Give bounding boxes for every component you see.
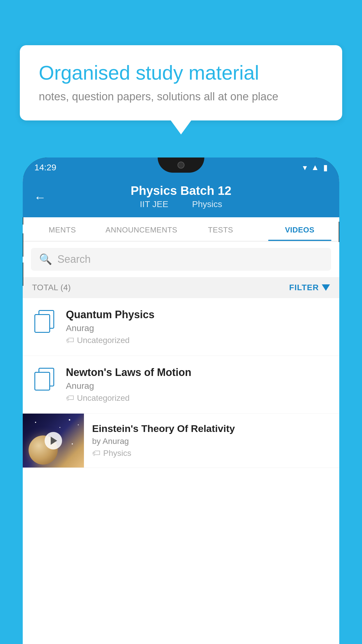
video-title: Newton's Laws of Motion (66, 366, 330, 379)
list-item[interactable]: Quantum Physics Anurag 🏷 Uncategorized (23, 298, 339, 356)
play-button[interactable] (45, 432, 62, 449)
tag-label: Uncategorized (77, 393, 130, 403)
video-tag: 🏷 Physics (92, 448, 331, 458)
tab-announcements[interactable]: ANNOUNCEMENTS (102, 217, 181, 241)
video-tag: 🏷 Uncategorized (66, 335, 330, 345)
signal-icon: ▲ (311, 163, 319, 172)
status-bar: 14:29 ▾ ▲ ▮ (23, 158, 339, 177)
video-author: Anurag (66, 381, 330, 391)
total-count: TOTAL (4) (32, 283, 71, 292)
search-icon: 🔍 (39, 253, 52, 265)
video-title: Einstein's Theory Of Relativity (92, 423, 331, 434)
video-file-icon (32, 310, 58, 336)
filter-icon (322, 284, 330, 291)
phone-content: ← Physics Batch 12 IIT JEE Physics MENTS… (23, 177, 339, 644)
search-placeholder: Search (57, 253, 91, 265)
phone-frame: 14:29 ▾ ▲ ▮ ← Physics Batch 12 IIT JEE P… (23, 158, 339, 644)
tag-icon: 🏷 (66, 335, 74, 345)
list-item[interactable]: Newton's Laws of Motion Anurag 🏷 Uncateg… (23, 356, 339, 414)
subtitle-physics: Physics (192, 199, 222, 209)
back-button[interactable]: ← (34, 190, 46, 204)
tag-icon: 🏷 (92, 448, 100, 458)
app-header: ← Physics Batch 12 IIT JEE Physics (23, 177, 339, 217)
video-list: Quantum Physics Anurag 🏷 Uncategorized (23, 298, 339, 644)
speech-bubble-subtext: notes, question papers, solutions all at… (39, 90, 323, 103)
video-info: Quantum Physics Anurag 🏷 Uncategorized (66, 309, 330, 345)
video-title: Quantum Physics (66, 309, 330, 321)
tag-icon: 🏷 (66, 393, 74, 403)
search-bar[interactable]: 🔍 Search (31, 248, 331, 271)
video-info: Newton's Laws of Motion Anurag 🏷 Uncateg… (66, 366, 330, 403)
filter-button[interactable]: FILTER (289, 283, 330, 292)
list-item[interactable]: Einstein's Theory Of Relativity by Anura… (23, 414, 339, 468)
video-author: Anurag (66, 323, 330, 333)
video-info: Einstein's Theory Of Relativity by Anura… (84, 414, 339, 467)
video-tag: 🏷 Uncategorized (66, 393, 330, 403)
subtitle-separator (178, 199, 183, 209)
tab-documents[interactable]: MENTS (23, 217, 102, 241)
tag-label: Uncategorized (77, 336, 130, 345)
filter-bar: TOTAL (4) FILTER (23, 277, 339, 298)
speech-bubble: Organised study material notes, question… (20, 45, 342, 120)
tag-label: Physics (103, 449, 131, 458)
tab-videos[interactable]: VIDEOS (260, 217, 340, 241)
filter-label: FILTER (289, 283, 319, 292)
app-header-subtitle: IIT JEE Physics (34, 199, 328, 209)
app-header-title: Physics Batch 12 (34, 184, 328, 198)
doc-page-front (34, 372, 50, 391)
search-container: 🔍 Search (23, 242, 339, 277)
doc-page-front (34, 314, 50, 333)
video-file-icon (32, 368, 58, 393)
wifi-icon: ▾ (303, 163, 307, 172)
volume-down-button (23, 262, 23, 286)
play-icon (51, 437, 57, 445)
status-icons: ▾ ▲ ▮ (303, 163, 328, 172)
video-thumbnail (23, 414, 84, 468)
speech-bubble-container: Organised study material notes, question… (20, 45, 342, 120)
phone-notch (158, 158, 204, 173)
speech-bubble-heading: Organised study material (39, 61, 323, 84)
video-author: by Anurag (92, 437, 331, 446)
battery-icon: ▮ (323, 163, 328, 172)
subtitle-iit-jee: IIT JEE (140, 199, 168, 209)
status-bar-time: 14:29 (34, 162, 56, 172)
tab-tests[interactable]: TESTS (181, 217, 260, 241)
tab-bar: MENTS ANNOUNCEMENTS TESTS VIDEOS (23, 217, 339, 242)
front-camera (178, 162, 184, 169)
